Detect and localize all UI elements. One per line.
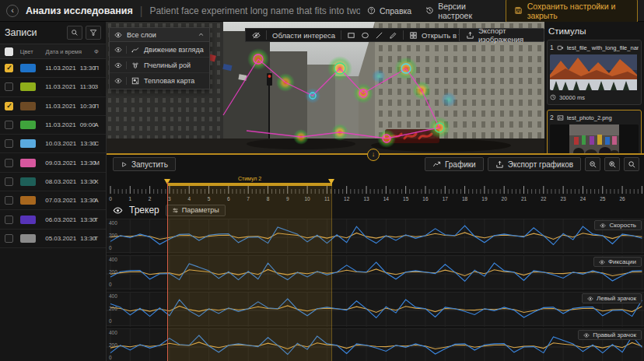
chart-toggle-left-pupil[interactable]: Левый зрачок [582,293,642,303]
y-axis-label: 0 [109,245,112,251]
selection-end-marker[interactable] [328,179,334,184]
record-row[interactable]: 07.03.202113:30 А [0,191,106,210]
stimulus-card-1[interactable]: 1 test_file_ with_long_file_name.mov [547,40,642,105]
stimulus-duration: 30000 ms [559,94,585,101]
tracker-label: Трекер [129,205,159,216]
record-checkbox[interactable] [5,139,13,148]
y-axis-label: 200 [109,269,117,275]
record-row[interactable]: 11.03.202111:30 З [0,78,106,96]
select-all-checkbox[interactable] [5,47,13,56]
chart-left-pupil: 400 200 0 Левый зрачок [107,292,644,326]
record-row[interactable]: 09.03.202113:30 М [0,153,106,172]
record-row[interactable]: 11.03.202110:30 П [0,97,106,116]
svg-text:16: 16 [422,196,429,202]
record-row[interactable]: 06.03.202113:30 Т [0,210,106,229]
record-name: Т [94,235,106,242]
help-button[interactable]: Справка [367,6,411,16]
svg-text:7: 7 [247,196,250,202]
record-checkbox[interactable] [5,234,13,243]
eye-icon [114,61,122,69]
line-icon [375,31,383,40]
record-time: 10:30 [80,103,96,110]
record-name: Т [94,216,106,223]
record-color-swatch [20,139,36,148]
timeline-panel: Запустить Графики Экспорт графиков Стиму… [107,153,644,361]
clock-icon [550,94,556,100]
toolbar-divider [266,30,267,40]
chart-toggle-fixations[interactable]: Фиксации [593,257,642,267]
y-axis-label: 200 [109,342,117,348]
app-window: ‹ Анализ исследования | Patient face exp… [0,0,644,361]
run-button[interactable]: Запустить [113,157,176,171]
layer-visibility-toggle[interactable] [114,46,127,54]
export-icon [466,31,474,40]
record-checkbox[interactable] [5,177,13,186]
settings-versions-button[interactable]: Версии настроек [425,2,492,20]
history-icon [425,6,434,15]
aoi-visibility-toggle[interactable] [252,31,261,40]
record-checkbox[interactable] [5,82,13,91]
collapse-panel-handle[interactable]: ↓ [367,149,380,161]
svg-text:24: 24 [580,196,586,202]
layers-dropdown: Все слои Движение взгляда Пчелиный рой Т… [109,27,210,89]
record-checkbox[interactable] [5,64,13,72]
record-checkbox[interactable] [5,216,13,224]
record-row[interactable]: 11.03.202113:30 П [0,59,106,78]
svg-text:3: 3 [168,196,171,202]
back-button[interactable]: ‹ [6,5,19,17]
zoom-reset-button[interactable] [624,157,639,171]
record-checkbox[interactable] [5,121,13,129]
layer-item-bee-swarm[interactable]: Пчелиный рой [110,58,209,73]
records-rows: 11.03.202113:30 П 11.03.202111:30 З 11.0… [0,59,106,248]
ellipse-tool[interactable] [361,31,369,40]
rectangle-tool[interactable] [347,31,355,40]
aoi-toolbar: Области интереса Открыть в таблице [245,28,494,42]
layer-item-gaze[interactable]: Движение взгляда [110,42,209,58]
eye-off-icon [252,31,261,40]
record-color-swatch [20,216,36,224]
layer-visibility-toggle[interactable] [114,77,127,85]
record-row[interactable]: 10.03.202113:30 С [0,135,106,153]
save-and-close-button[interactable]: Сохранить настройки и закрыть [506,0,638,23]
column-color: Цвет [19,48,44,55]
zoom-in-icon [608,160,617,169]
chart-toggle-right-pupil[interactable]: Правый зрачок [578,330,642,340]
zoom-in-button[interactable] [604,157,620,171]
layers-dropdown-header[interactable]: Все слои [110,28,209,42]
charts-button[interactable]: Графики [425,157,484,171]
line-tool[interactable] [375,31,383,40]
record-checkbox[interactable] [5,102,13,110]
svg-text:15: 15 [403,196,409,202]
record-row[interactable]: 08.03.202113:30 Х [0,173,106,191]
layer-visibility-toggle[interactable] [114,61,127,69]
parameters-button[interactable]: Параметры [166,205,226,216]
y-axis-label: 0 [109,318,112,324]
filter-button[interactable] [86,26,101,40]
freehand-tool[interactable] [389,31,397,40]
svg-text:12: 12 [344,196,350,202]
record-date: 11.03.2021 [45,65,75,72]
record-date: 08.03.2021 [45,178,76,185]
record-checkbox[interactable] [5,159,13,167]
playhead[interactable] [167,182,169,361]
rectangle-icon [347,31,355,40]
layer-item-heatmap[interactable]: Тепловая карта [110,73,209,89]
timeline-ruler[interactable]: Стимул 2 0123456789101112131415161718192… [107,173,644,202]
svg-text:20: 20 [502,196,508,202]
table-grid-icon [409,31,418,40]
record-row[interactable]: 05.03.202113:30 Т [0,230,106,248]
record-name: А [94,121,106,128]
layers-all-label: Все слои [127,31,193,39]
column-name: Ф [94,48,106,55]
export-image-button[interactable]: Экспорт изображения [459,28,544,42]
record-row[interactable]: 11.03.202109:00 А [0,116,106,135]
svg-text:10: 10 [304,196,310,202]
record-checkbox[interactable] [5,196,13,205]
record-date: 07.03.2021 [45,197,76,204]
chart-toggle-speed[interactable]: Скорость [594,220,642,230]
svg-text:21: 21 [521,196,527,202]
zoom-out-button[interactable] [585,157,600,171]
search-button[interactable] [67,26,82,40]
export-charts-button[interactable]: Экспорт графиков [488,157,581,171]
save-icon [514,6,523,15]
